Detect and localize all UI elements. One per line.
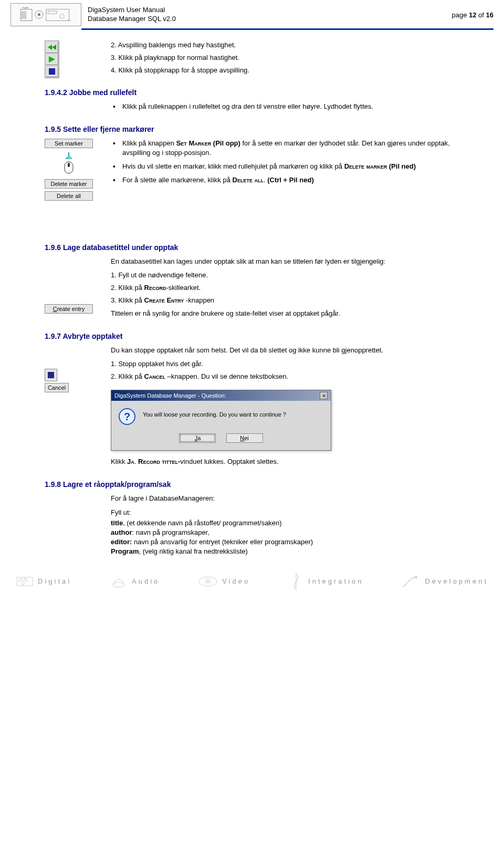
footer-development: Development bbox=[402, 574, 488, 589]
svg-marker-16 bbox=[66, 155, 72, 159]
field-title: title, (et dekkende navn på råstoffet/ p… bbox=[111, 518, 462, 528]
svg-point-23 bbox=[207, 580, 209, 583]
play-icon bbox=[46, 54, 58, 65]
footer-audio: Audio bbox=[110, 574, 160, 589]
video-icon bbox=[198, 575, 218, 588]
step-197-2: 2. Klikk på Cancel –knappen. Du vil se d… bbox=[111, 372, 462, 381]
header-titles: DigaSystem User Manual Database Manager … bbox=[88, 6, 176, 24]
svg-marker-12 bbox=[52, 45, 56, 50]
page-number: page 12 of 16 bbox=[452, 11, 494, 19]
delete-marker-button[interactable]: Delete marker bbox=[45, 179, 93, 189]
bullet-delete-marker: Hvis du vil slette en markør, klikk med … bbox=[111, 162, 462, 171]
stop-square-icon bbox=[45, 369, 57, 381]
marker-buttons-icon: Set marker Delete marker Delete all bbox=[45, 139, 93, 202]
step-197-1: 1. Stopp opptaket hvis det går. bbox=[111, 359, 462, 369]
svg-point-10 bbox=[60, 14, 64, 18]
close-icon[interactable]: ✕ bbox=[320, 392, 328, 399]
set-marker-button[interactable]: Set marker bbox=[45, 139, 93, 148]
svg-marker-11 bbox=[48, 45, 52, 50]
footer-integration: Integration bbox=[288, 573, 363, 590]
dialog-message: You will loose your recording. Do you wa… bbox=[143, 408, 286, 418]
step-2: 2. Avspilling baklengs med høy hastighet… bbox=[111, 40, 462, 50]
p-197-after: Klikk Ja. Record tittel-vinduet lukkes. … bbox=[111, 457, 462, 466]
page-footer: Digital Audio Video Integration Developm… bbox=[0, 567, 504, 596]
footer-digital: Digital bbox=[16, 574, 71, 589]
svg-rect-18 bbox=[68, 163, 70, 167]
svg-marker-25 bbox=[414, 576, 417, 579]
mouse-marker-icon bbox=[61, 152, 77, 176]
svg-rect-9 bbox=[48, 11, 57, 14]
integration-icon bbox=[288, 573, 304, 590]
bullet-delete-all: For å slette alle markørene, klikk på De… bbox=[111, 175, 462, 185]
rewind-fast-icon bbox=[46, 41, 58, 53]
step-4: 4. Klikk på stoppknapp for å stoppe avsp… bbox=[111, 66, 462, 75]
playback-steps: 2. Avspilling baklengs med høy hastighet… bbox=[111, 40, 462, 76]
stop-icon bbox=[46, 66, 58, 77]
cancel-icon-group: Cancel bbox=[45, 369, 69, 394]
step-196-3: 3. Klikk på Create Entry -knappen bbox=[111, 296, 462, 305]
field-author: author: navn på programskaper, bbox=[111, 528, 462, 537]
step-196-2: 2. Klikk på Record-skillearket. bbox=[111, 283, 462, 293]
svg-marker-13 bbox=[49, 56, 55, 63]
svg-rect-0 bbox=[20, 9, 32, 21]
footer-video: Video bbox=[198, 575, 250, 588]
p-196-intro: En databasetittel kan lages under opptak… bbox=[111, 257, 462, 266]
dialog-titlebar: DigaSystem Database Manager - Question: … bbox=[111, 390, 331, 401]
heading-196: 1.9.6 Lage databasetittel under opptak bbox=[45, 243, 462, 252]
audio-icon bbox=[110, 574, 128, 589]
p-198-fillout: Fyll ut: bbox=[111, 508, 462, 517]
heading-195: 1.9.5 Sette eller fjerne markører bbox=[45, 125, 462, 133]
create-entry-button[interactable]: CCreate entryreate entry bbox=[45, 304, 93, 314]
step-196-1: 1. Fyll ut de nødvendige feltene. bbox=[111, 271, 462, 280]
heading-198: 1.9.8 Lagre et råopptak/program/sak bbox=[45, 480, 462, 489]
bullet-set-marker: Klikk på knappen Set Marker (Pil opp) fo… bbox=[111, 139, 462, 158]
heading-197: 1.9.7 Avbryte opptaket bbox=[45, 332, 462, 340]
digital-icon bbox=[16, 574, 34, 589]
dialog-yes-button[interactable]: JJaa bbox=[179, 433, 216, 443]
field-program: Program, (velg riktig kanal fra nedtrekk… bbox=[111, 547, 462, 556]
field-editor: editor: navn på ansvarlig for entryet (t… bbox=[111, 537, 462, 547]
dialog-title-text: DigaSystem Database Manager - Question: bbox=[114, 392, 226, 399]
svg-rect-14 bbox=[49, 68, 55, 75]
delete-all-button[interactable]: Delete all bbox=[45, 191, 93, 201]
step-3: 3. Klikk på playknapp for normal hastigh… bbox=[111, 53, 462, 63]
manual-subtitle: Database Manager SQL v2.0 bbox=[88, 15, 176, 24]
manual-title: DigaSystem User Manual bbox=[88, 6, 176, 15]
svg-point-20 bbox=[112, 582, 125, 587]
page-header: Digi65 DigaSystem User Manual Database M… bbox=[0, 0, 504, 27]
p-197-intro: Du kan stoppe opptaket når som helst. De… bbox=[111, 346, 462, 355]
playback-controls-icon bbox=[45, 40, 59, 78]
bullet-rullefelt: Klikk på rulleknappen i rullefeltet og d… bbox=[111, 102, 462, 111]
confirm-dialog: DigaSystem Database Manager - Question: … bbox=[111, 390, 331, 451]
svg-text:Digi65: Digi65 bbox=[22, 6, 29, 9]
logo-icon: Digi65 bbox=[10, 3, 81, 26]
p-198-intro: For å lagre i DatabaseManageren: bbox=[111, 494, 462, 503]
dialog-no-button[interactable]: NNeiei bbox=[226, 433, 263, 443]
question-icon: ? bbox=[119, 408, 135, 425]
p-196-result: Tittelen er nå synlig for andre brukere … bbox=[111, 309, 462, 318]
heading-1942: 1.9.4.2 Jobbe med rullefelt bbox=[45, 88, 462, 97]
cancel-button[interactable]: Cancel bbox=[45, 383, 69, 392]
development-icon bbox=[402, 574, 421, 589]
svg-point-7 bbox=[38, 13, 40, 16]
